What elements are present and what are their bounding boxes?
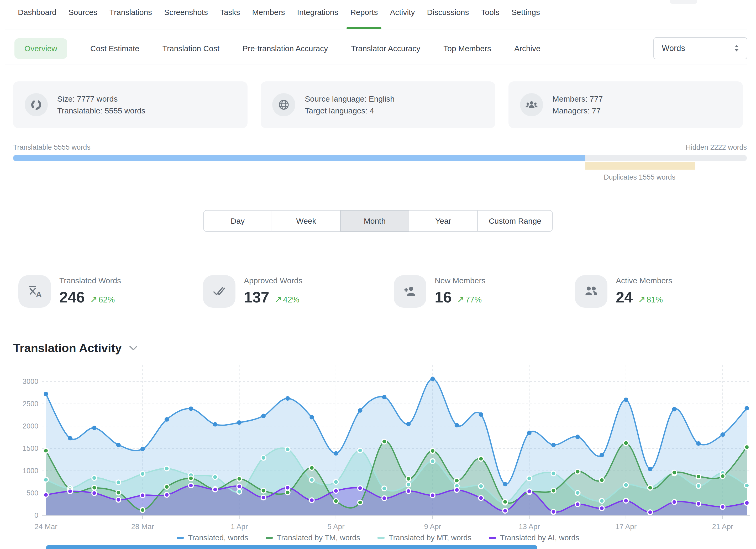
subnav-item-top-members[interactable]: Top Members <box>443 44 491 53</box>
chevron-down-icon[interactable] <box>129 345 138 351</box>
nav-item-sources[interactable]: Sources <box>69 8 97 29</box>
metric-value: 137 <box>244 288 269 306</box>
metric-delta: ↗81% <box>638 294 663 305</box>
svg-text:2000: 2000 <box>23 422 38 430</box>
words-progress-bar <box>13 155 747 161</box>
svg-text:28 Mar: 28 Mar <box>131 522 154 531</box>
range-tab-day[interactable]: Day <box>203 210 272 232</box>
range-tab-custom-range[interactable]: Custom Range <box>477 210 553 232</box>
members-icon <box>520 93 543 116</box>
new-members-metric: New Members 16 ↗77% <box>394 275 485 308</box>
person-add-icon <box>394 275 426 308</box>
svg-text:1000: 1000 <box>23 467 38 475</box>
nav-item-settings[interactable]: Settings <box>512 8 540 29</box>
svg-text:17 Apr: 17 Apr <box>615 522 637 531</box>
duplicates-label: Duplicates 1555 words <box>604 173 675 181</box>
translatable-line: Translatable: 5555 words <box>57 105 145 117</box>
svg-text:9 Apr: 9 Apr <box>424 522 441 531</box>
target-languages-line: Target languages: 4 <box>305 105 395 117</box>
translation-activity-chart: 05001000150020002500300024 Mar28 Mar1 Ap… <box>0 360 756 533</box>
subnav-item-overview[interactable]: Overview <box>14 38 67 59</box>
range-tab-week[interactable]: Week <box>272 210 341 232</box>
nav-item-tools[interactable]: Tools <box>481 8 500 29</box>
subnav-item-archive[interactable]: Archive <box>514 44 540 53</box>
legend-item-translated-by-mt-words[interactable]: Translated by MT, words <box>377 534 471 542</box>
svg-text:5 Apr: 5 Apr <box>327 522 344 531</box>
members-card: Members: 777 Managers: 77 <box>508 81 743 128</box>
subnav-item-cost-estimate[interactable]: Cost Estimate <box>90 44 139 53</box>
range-tab-month[interactable]: Month <box>340 210 409 232</box>
section-title: Translation Activity <box>13 341 122 355</box>
metric-label: New Members <box>435 276 485 285</box>
active-members-metric: Active Members 24 ↗81% <box>575 275 672 308</box>
nav-divider <box>5 29 747 29</box>
up-arrow-icon: ↗ <box>275 294 282 304</box>
members-line: Members: 777 <box>553 93 603 105</box>
svg-text:24 Mar: 24 Mar <box>34 522 57 531</box>
translate-icon: A <box>18 275 51 308</box>
legend-swatch <box>266 537 273 539</box>
metric-delta: ↗77% <box>457 294 482 305</box>
legend-item-translated-by-ai-words[interactable]: Translated by AI, words <box>489 534 579 542</box>
approved-words-metric: Approved Words 137 ↗42% <box>203 275 302 308</box>
top-navigation: DashboardSourcesTranslationsScreenshotsT… <box>18 8 540 29</box>
svg-text:1500: 1500 <box>23 445 38 452</box>
nav-item-dashboard[interactable]: Dashboard <box>18 8 56 29</box>
nav-item-integrations[interactable]: Integrations <box>297 8 338 29</box>
legend-label: Translated by TM, words <box>277 534 360 542</box>
metric-value: 16 <box>435 288 452 306</box>
metric-label: Approved Words <box>244 276 302 285</box>
svg-text:0: 0 <box>34 511 38 519</box>
reports-subnav: OverviewCost EstimateTranslation CostPre… <box>14 38 540 59</box>
double-check-icon <box>203 275 235 308</box>
subnav-item-translation-cost[interactable]: Translation Cost <box>162 44 219 53</box>
range-tab-year[interactable]: Year <box>409 210 478 232</box>
nav-item-reports[interactable]: Reports <box>350 8 378 29</box>
duplicates-bar <box>585 162 695 170</box>
svg-text:2500: 2500 <box>23 400 38 408</box>
languages-card: Source language: English Target language… <box>261 81 495 128</box>
up-arrow-icon: ↗ <box>638 294 646 304</box>
legend-label: Translated, words <box>188 534 248 542</box>
unit-select-value: Words <box>662 44 685 53</box>
svg-text:500: 500 <box>27 489 38 497</box>
legend-swatch <box>177 537 184 539</box>
managers-line: Managers: 77 <box>553 105 603 117</box>
people-icon <box>575 275 607 308</box>
project-info-cards: Size: 7777 words Translatable: 5555 word… <box>13 81 743 128</box>
unit-select[interactable]: Words <box>653 37 747 59</box>
nav-item-discussions[interactable]: Discussions <box>427 8 469 29</box>
subnav-item-pre-translation-accuracy[interactable]: Pre-translation Accuracy <box>243 44 328 53</box>
svg-text:3000: 3000 <box>23 378 38 385</box>
translatable-label: Translatable 5555 words <box>13 143 91 151</box>
metric-delta: ↗62% <box>90 294 115 305</box>
up-arrow-icon: ↗ <box>90 294 98 304</box>
metric-label: Active Members <box>616 276 672 285</box>
nav-item-screenshots[interactable]: Screenshots <box>164 8 208 29</box>
nav-item-activity[interactable]: Activity <box>390 8 415 29</box>
translated-words-metric: A Translated Words 246 ↗62% <box>18 275 121 308</box>
nav-item-tasks[interactable]: Tasks <box>220 8 240 29</box>
legend-item-translated-words[interactable]: Translated, words <box>177 534 248 542</box>
subnav-divider <box>5 65 747 65</box>
donut-chart-icon <box>25 93 48 116</box>
globe-icon <box>272 93 295 116</box>
cutoff-floating-element <box>670 0 697 4</box>
subnav-item-translator-accuracy[interactable]: Translator Accuracy <box>351 44 420 53</box>
metric-value: 24 <box>616 288 633 306</box>
size-line: Size: 7777 words <box>57 93 145 105</box>
nav-item-members[interactable]: Members <box>252 8 285 29</box>
select-arrows-icon <box>733 44 740 53</box>
svg-text:1 Apr: 1 Apr <box>231 522 248 531</box>
metric-label: Translated Words <box>59 276 121 285</box>
legend-swatch <box>377 537 385 539</box>
hidden-label: Hidden 2222 words <box>686 143 747 151</box>
legend-swatch <box>489 537 496 539</box>
cutoff-bar-below <box>46 545 537 549</box>
source-language-line: Source language: English <box>305 93 395 105</box>
legend-item-translated-by-tm-words[interactable]: Translated by TM, words <box>266 534 360 542</box>
up-arrow-icon: ↗ <box>457 294 465 304</box>
svg-text:13 Apr: 13 Apr <box>519 522 540 531</box>
legend-label: Translated by AI, words <box>500 534 579 542</box>
nav-item-translations[interactable]: Translations <box>109 8 152 29</box>
